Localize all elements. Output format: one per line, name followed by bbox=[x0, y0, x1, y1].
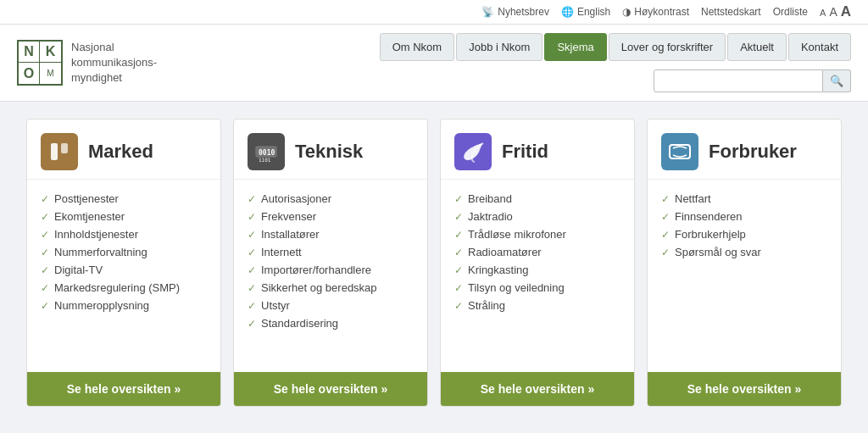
card-title-forbruker: Forbruker bbox=[709, 141, 797, 163]
header: N K O M Nasjonal kommunikasjons- myndigh… bbox=[0, 25, 868, 102]
font-medium-btn[interactable]: A bbox=[829, 5, 837, 19]
list-item: Spørsmål og svar bbox=[661, 243, 827, 261]
list-item: Innholdstjenester bbox=[41, 225, 207, 243]
nyhetsbrev-link[interactable]: 📡 Nyhetsbrev bbox=[481, 6, 549, 18]
card-forbruker: Forbruker NettfartFinnsenderenForbrukerh… bbox=[647, 119, 842, 407]
card-header: 0010 1101 Teknisk bbox=[234, 119, 427, 180]
list-item: Ekomtjenester bbox=[41, 208, 207, 225]
list-item: Kringkasting bbox=[454, 261, 620, 279]
nav-jobb-i-nkom[interactable]: Jobb i Nkom bbox=[456, 33, 542, 61]
rss-icon: 📡 bbox=[481, 6, 494, 18]
svg-rect-0 bbox=[51, 143, 58, 160]
list-item: Sikkerhet og beredskap bbox=[248, 279, 414, 297]
card-teknisk: 0010 1101 Teknisk AutorisasjonerFrekvens… bbox=[233, 119, 428, 407]
nav-lover-og-forskrifter[interactable]: Lover og forskrifter bbox=[609, 33, 726, 61]
card-body-fritid: BreibandJaktradioTrådløse mikrofonerRadi… bbox=[441, 180, 634, 372]
card-cta-label-teknisk: Se hele oversikten » bbox=[274, 382, 388, 396]
svg-rect-1 bbox=[61, 143, 68, 153]
globe-icon: 🌐 bbox=[561, 6, 574, 18]
svg-text:1101: 1101 bbox=[259, 157, 271, 163]
cards-section: Marked PosttjenesterEkomtjenesterInnhold… bbox=[0, 102, 868, 424]
list-item: Internett bbox=[248, 243, 414, 261]
nettstedskart-link[interactable]: Nettstedskart bbox=[701, 6, 761, 18]
nav-aktuelt[interactable]: Aktuelt bbox=[727, 33, 787, 61]
card-cta-fritid[interactable]: Se hele oversikten » bbox=[441, 372, 634, 406]
logo-text: Nasjonal kommunikasjons- myndighet bbox=[71, 40, 157, 86]
list-item: Importører/forhandlere bbox=[248, 261, 414, 279]
list-item: Tilsyn og veiledning bbox=[454, 279, 620, 297]
search-button[interactable]: 🔍 bbox=[823, 69, 851, 92]
nav-links: Om Nkom Jobb i Nkom Skjema Lover og fors… bbox=[380, 33, 851, 61]
svg-text:0010: 0010 bbox=[259, 149, 275, 157]
card-list-marked: PosttjenesterEkomtjenesterInnholdstjenes… bbox=[41, 190, 207, 314]
nav-om-nkom[interactable]: Om Nkom bbox=[380, 33, 455, 61]
card-cta-marked[interactable]: Se hele oversikten » bbox=[27, 372, 220, 406]
top-bar: 📡 Nyhetsbrev 🌐 English ◑ Høykontrast Net… bbox=[0, 0, 868, 25]
logo-line2: kommunikasjons- bbox=[71, 55, 157, 70]
card-icon-fritid bbox=[454, 133, 492, 170]
card-title-teknisk: Teknisk bbox=[295, 141, 363, 163]
ordliste-label: Ordliste bbox=[773, 6, 808, 18]
list-item: Digital-TV bbox=[41, 261, 207, 279]
card-body-marked: PosttjenesterEkomtjenesterInnholdstjenes… bbox=[27, 180, 220, 372]
logo-n: N bbox=[24, 44, 34, 59]
nav-kontakt[interactable]: Kontakt bbox=[788, 33, 851, 61]
card-marked: Marked PosttjenesterEkomtjenesterInnhold… bbox=[26, 119, 221, 407]
card-cta-forbruker[interactable]: Se hele oversikten » bbox=[648, 372, 841, 406]
list-item: Forbrukerhjelp bbox=[661, 225, 827, 243]
font-size-controls: A A A bbox=[820, 3, 851, 20]
card-icon-forbruker bbox=[661, 133, 698, 170]
list-item: Nummerforvaltning bbox=[41, 243, 207, 261]
logo-o: O bbox=[24, 66, 34, 81]
card-header: Fritid bbox=[441, 119, 634, 180]
english-link[interactable]: 🌐 English bbox=[561, 6, 610, 18]
card-header: Forbruker bbox=[648, 119, 841, 180]
card-cta-teknisk[interactable]: Se hele oversikten » bbox=[234, 372, 427, 406]
search-input[interactable] bbox=[654, 69, 823, 92]
nav-skjema[interactable]: Skjema bbox=[544, 33, 606, 61]
list-item: Finnsenderen bbox=[661, 208, 827, 225]
contrast-icon: ◑ bbox=[622, 6, 631, 18]
logo-k: K bbox=[46, 44, 56, 59]
logo-box: N K O M bbox=[17, 40, 63, 86]
main-nav: Om Nkom Jobb i Nkom Skjema Lover og fors… bbox=[380, 33, 851, 92]
card-cta-label-marked: Se hele oversikten » bbox=[67, 382, 181, 396]
card-list-fritid: BreibandJaktradioTrådløse mikrofonerRadi… bbox=[454, 190, 620, 314]
font-small-btn[interactable]: A bbox=[820, 8, 826, 18]
card-header: Marked bbox=[27, 119, 220, 180]
list-item: Utstyr bbox=[248, 297, 414, 314]
card-title-fritid: Fritid bbox=[502, 141, 548, 163]
font-large-btn[interactable]: A bbox=[841, 3, 851, 20]
card-icon-teknisk: 0010 1101 bbox=[248, 133, 285, 170]
list-item: Breiband bbox=[454, 190, 620, 208]
ordliste-link[interactable]: Ordliste bbox=[773, 6, 808, 18]
card-list-teknisk: AutorisasjonerFrekvenserInstallatørerInt… bbox=[248, 190, 414, 332]
list-item: Jaktradio bbox=[454, 208, 620, 225]
list-item: Trådløse mikrofoner bbox=[454, 225, 620, 243]
card-list-forbruker: NettfartFinnsenderenForbrukerhjelpSpørsm… bbox=[661, 190, 827, 261]
logo-area: N K O M Nasjonal kommunikasjons- myndigh… bbox=[17, 40, 157, 86]
english-label: English bbox=[577, 6, 610, 18]
nettstedskart-label: Nettstedskart bbox=[701, 6, 761, 18]
card-cta-label-forbruker: Se hele oversikten » bbox=[687, 382, 802, 396]
card-body-teknisk: AutorisasjonerFrekvenserInstallatørerInt… bbox=[234, 180, 427, 372]
list-item: Installatører bbox=[248, 225, 414, 243]
nyhetsbrev-label: Nyhetsbrev bbox=[498, 6, 549, 18]
card-body-forbruker: NettfartFinnsenderenForbrukerhjelpSpørsm… bbox=[648, 180, 841, 372]
hoykontrast-link[interactable]: ◑ Høykontrast bbox=[622, 6, 689, 18]
logo-line1: Nasjonal bbox=[71, 40, 157, 55]
list-item: Frekvenser bbox=[248, 208, 414, 225]
search-bar: 🔍 bbox=[654, 69, 851, 92]
logo-line3: myndighet bbox=[71, 70, 157, 86]
list-item: Radioamatører bbox=[454, 243, 620, 261]
card-fritid: Fritid BreibandJaktradioTrådløse mikrofo… bbox=[440, 119, 635, 407]
list-item: Stråling bbox=[454, 297, 620, 314]
card-icon-marked bbox=[41, 133, 78, 170]
list-item: Markedsregulering (SMP) bbox=[41, 279, 207, 297]
list-item: Autorisasjoner bbox=[248, 190, 414, 208]
list-item: Nettfart bbox=[661, 190, 827, 208]
list-item: Posttjenester bbox=[41, 190, 207, 208]
card-cta-label-fritid: Se hele oversikten » bbox=[481, 382, 595, 396]
hoykontrast-label: Høykontrast bbox=[634, 6, 689, 18]
list-item: Nummeropplysning bbox=[41, 297, 207, 314]
